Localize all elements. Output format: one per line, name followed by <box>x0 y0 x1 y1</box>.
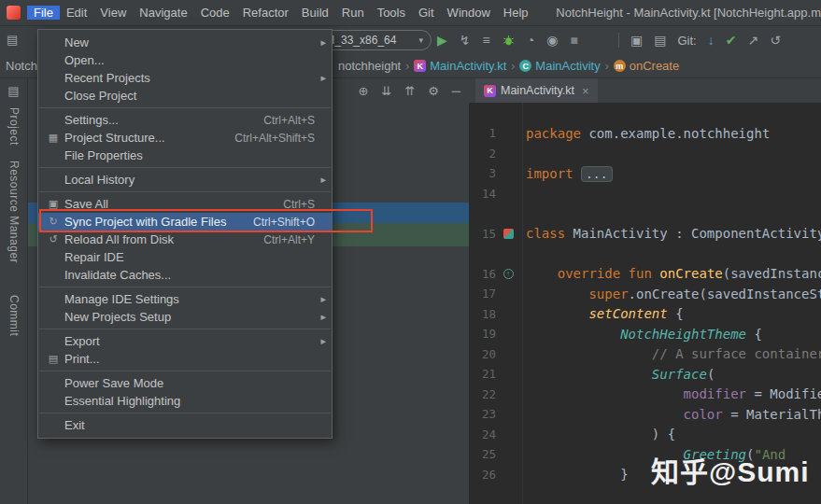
breadcrumb-oncreate[interactable]: monCreate <box>614 59 679 73</box>
menu-tools[interactable]: Tools <box>371 6 412 20</box>
menu-item-label: Essential Highlighting <box>64 394 180 408</box>
line-gutter[interactable]: 17 <box>470 287 518 301</box>
menu-item-label: Project Structure... <box>64 131 165 145</box>
git-update-icon[interactable]: ↓ <box>708 34 715 47</box>
line-number: 14 <box>470 187 496 201</box>
line-gutter[interactable]: 2 <box>470 147 518 161</box>
line-gutter[interactable]: 16↑ <box>470 267 518 281</box>
menu-item-shortcut: Ctrl+Alt+Shift+S <box>218 132 315 145</box>
breadcrumb-mainactivity-kt[interactable]: KMainActivity.kt <box>414 59 506 73</box>
menu-item-local-history[interactable]: Local History▸ <box>38 171 332 189</box>
close-tab-icon[interactable]: × <box>582 84 589 98</box>
line-gutter[interactable]: 14 <box>470 187 518 201</box>
git-label: Git: <box>677 34 696 48</box>
menu-item-essential-highlighting[interactable]: Essential Highlighting <box>38 392 332 410</box>
menu-item-close-project[interactable]: Close Project <box>38 87 332 105</box>
menu-separator <box>39 191 331 192</box>
menu-item-repair-ide[interactable]: Repair IDE <box>38 248 332 266</box>
code-text: setContent { <box>518 306 684 321</box>
settings-gear-icon[interactable]: ⚙ <box>428 84 439 98</box>
code-text: modifier = Modifier <box>518 386 821 401</box>
apply-changes-icon[interactable]: ↯ <box>460 34 471 47</box>
profile-app-icon[interactable]: ◔ <box>527 34 534 47</box>
menu-item-project-structure[interactable]: ▦Project Structure...Ctrl+Alt+Shift+S <box>38 129 332 147</box>
stop-icon[interactable]: ■ <box>570 34 577 47</box>
menu-item-label: Settings... <box>64 113 119 127</box>
code-editor[interactable]: 1package com.example.notchheight23import… <box>470 103 821 504</box>
menu-help[interactable]: Help <box>497 6 535 20</box>
code-line: 16↑ override fun onCreate(savedInstance <box>470 264 821 285</box>
menu-item-recent-projects[interactable]: Recent Projects▸ <box>38 69 332 87</box>
menu-git[interactable]: Git <box>412 6 441 20</box>
editor-tab-mainactivity[interactable]: K MainActivity.kt × <box>475 78 598 103</box>
editor-tab-label: MainActivity.kt <box>501 84 574 97</box>
menu-item-label: Exit <box>64 418 85 432</box>
menu-item-export[interactable]: Export▸ <box>38 332 332 350</box>
menu-view[interactable]: View <box>93 6 133 20</box>
menu-item-power-save-mode[interactable]: Power Save Mode <box>38 374 332 392</box>
menu-refactor[interactable]: Refactor <box>236 6 295 20</box>
expand-all-icon[interactable]: ⇊ <box>381 84 391 98</box>
line-gutter[interactable]: 21 <box>470 367 518 381</box>
menu-item-manage-ide-settings[interactable]: Manage IDE Settings▸ <box>38 290 332 308</box>
overriding-method-gutter-icon[interactable]: ↑ <box>503 269 514 279</box>
line-gutter[interactable]: 20 <box>470 347 518 361</box>
coverage-icon[interactable]: ◉ <box>546 34 558 47</box>
breadcrumb-notchheight[interactable]: notchheight <box>338 59 401 73</box>
git-commit-icon[interactable]: ✔ <box>726 34 737 47</box>
line-gutter[interactable]: 3 <box>470 166 518 180</box>
line-gutter[interactable]: 22 <box>470 387 518 401</box>
menu-item-exit[interactable]: Exit <box>38 416 332 434</box>
menu-item-new[interactable]: New▸ <box>38 34 332 51</box>
menu-item-print[interactable]: ▤Print... <box>38 350 332 368</box>
menu-file[interactable]: File <box>27 6 60 20</box>
chevron-right-icon: › <box>605 60 609 73</box>
menu-item-settings[interactable]: Settings...Ctrl+Alt+S <box>38 111 332 129</box>
logcat-icon[interactable]: ▤ <box>654 34 666 47</box>
menu-separator <box>39 107 331 108</box>
menu-item-new-projects-setup[interactable]: New Projects Setup▸ <box>38 308 332 326</box>
collapse-all-icon[interactable]: ⇈ <box>404 84 415 98</box>
line-gutter[interactable]: 18 <box>470 307 518 321</box>
breadcrumb-mainactivity[interactable]: CMainActivity <box>519 59 600 73</box>
menu-code[interactable]: Code <box>194 6 236 20</box>
folder-icon: ▤ <box>7 84 19 98</box>
line-gutter[interactable]: 26 <box>470 468 518 482</box>
line-gutter[interactable]: 15 <box>470 227 518 241</box>
code-text: Surface( <box>518 367 715 382</box>
menu-run[interactable]: Run <box>335 6 371 20</box>
menu-separator <box>39 371 331 371</box>
tool-window-button-commit[interactable]: Commit <box>7 295 21 336</box>
line-gutter[interactable]: 19 <box>470 327 518 341</box>
profiler-icon[interactable]: ≡ <box>483 34 490 47</box>
line-gutter[interactable]: 25 <box>470 447 518 461</box>
line-gutter[interactable]: 24 <box>470 427 518 441</box>
android-studio-window: FileEditViewNavigateCodeRefactorBuildRun… <box>0 0 821 504</box>
git-push-icon[interactable]: ↗ <box>747 34 758 47</box>
line-gutter[interactable]: 1 <box>470 126 518 140</box>
line-number: 3 <box>470 166 496 180</box>
menu-navigate[interactable]: Navigate <box>133 6 193 20</box>
open-folder-icon[interactable]: ▤ <box>7 33 18 47</box>
menu-item-invalidate-caches[interactable]: Invalidate Caches... <box>38 266 332 284</box>
debug-icon[interactable] <box>503 35 515 47</box>
locate-file-icon[interactable]: ⊕ <box>358 84 368 98</box>
menu-window[interactable]: Window <box>441 6 497 20</box>
reload-icon: ↺ <box>44 233 63 245</box>
breadcrumb: notchheight›KMainActivity.kt›CMainActivi… <box>338 54 679 77</box>
menu-item-open[interactable]: Open... <box>38 51 332 69</box>
device-manager-icon[interactable]: ▣ <box>630 34 643 47</box>
menu-edit[interactable]: Edit <box>60 6 93 20</box>
run-icon[interactable]: ▶ <box>437 34 447 47</box>
hide-panel-icon[interactable]: ─ <box>452 84 460 98</box>
git-history-icon[interactable]: ↺ <box>770 34 781 47</box>
watermark: 知乎@Sumi <box>651 449 810 490</box>
line-number: 1 <box>470 126 496 140</box>
tool-window-button-resource-manager[interactable]: Resource Manager <box>7 161 21 263</box>
menu-build[interactable]: Build <box>295 6 335 20</box>
line-gutter[interactable]: 23 <box>470 407 518 421</box>
menu-item-reload-all-from-disk[interactable]: ↺Reload All from DiskCtrl+Alt+Y <box>38 231 332 248</box>
menu-item-file-properties[interactable]: File Properties <box>38 147 332 164</box>
tool-window-button-project[interactable]: Project <box>7 107 21 146</box>
line-number: 17 <box>470 287 496 301</box>
